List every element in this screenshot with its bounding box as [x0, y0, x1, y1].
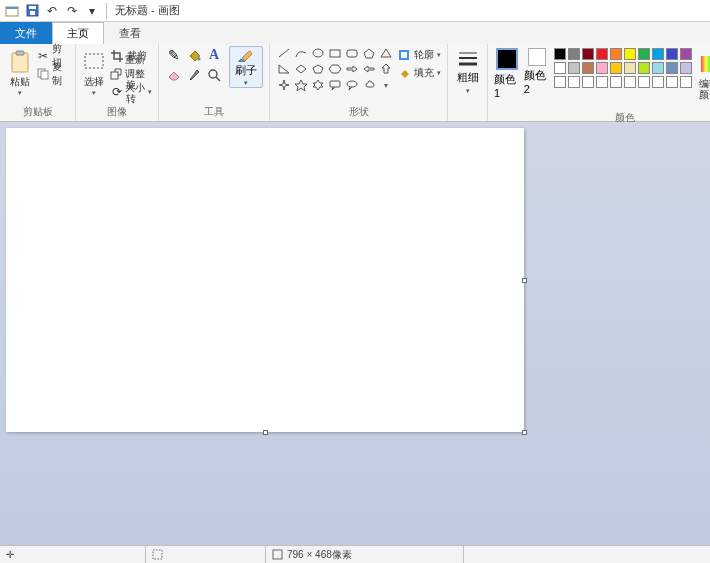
palette-swatch[interactable]: [652, 76, 664, 88]
palette-swatch[interactable]: [652, 48, 664, 60]
eraser-tool[interactable]: [165, 66, 183, 84]
shape-callout-rect[interactable]: [327, 78, 342, 92]
edit-colors-button[interactable]: 编辑颜色: [697, 48, 711, 100]
svg-rect-33: [701, 56, 710, 72]
palette-swatch[interactable]: [638, 76, 650, 88]
shape-line[interactable]: [276, 46, 291, 60]
palette-swatch[interactable]: [610, 62, 622, 74]
color1-button[interactable]: 颜色 1: [494, 48, 520, 99]
palette-swatch[interactable]: [554, 62, 566, 74]
save-icon[interactable]: [24, 3, 40, 19]
svg-marker-20: [279, 65, 289, 73]
palette-swatch[interactable]: [666, 76, 678, 88]
shape-star5[interactable]: [293, 78, 308, 92]
shape-diamond[interactable]: [293, 62, 308, 76]
shape-hexagon[interactable]: [327, 62, 342, 76]
palette-swatch[interactable]: [582, 76, 594, 88]
palette-swatch[interactable]: [680, 48, 692, 60]
palette-swatch[interactable]: [582, 48, 594, 60]
fill-button[interactable]: 填充 ▾: [397, 65, 441, 81]
pencil-tool[interactable]: ✎: [165, 46, 183, 64]
palette-swatch[interactable]: [596, 62, 608, 74]
rotate-button[interactable]: ⟳旋转 ▾: [110, 84, 152, 100]
paste-button[interactable]: 粘贴 ▾: [6, 46, 33, 97]
palette-swatch[interactable]: [568, 76, 580, 88]
palette-swatch[interactable]: [680, 62, 692, 74]
svg-rect-4: [30, 11, 35, 15]
shape-oval[interactable]: [310, 46, 325, 60]
scissors-icon: ✂: [37, 49, 49, 63]
palette-swatch[interactable]: [554, 48, 566, 60]
shape-pentagon[interactable]: [310, 62, 325, 76]
shape-arrow-r[interactable]: [344, 62, 359, 76]
shape-rtriangle[interactable]: [276, 62, 291, 76]
undo-icon[interactable]: ↶: [44, 3, 60, 19]
palette-swatch[interactable]: [624, 76, 636, 88]
redo-icon[interactable]: ↷: [64, 3, 80, 19]
select-button[interactable]: 选择 ▾: [82, 46, 106, 97]
palette-swatch[interactable]: [666, 48, 678, 60]
palette-swatch[interactable]: [652, 62, 664, 74]
shape-curve[interactable]: [293, 46, 308, 60]
text-tool[interactable]: A: [205, 46, 223, 64]
tab-file[interactable]: 文件: [0, 22, 52, 44]
palette-swatch[interactable]: [638, 62, 650, 74]
shape-callout-oval[interactable]: [344, 78, 359, 92]
crosshair-icon: ✛: [6, 549, 14, 560]
palette-swatch[interactable]: [554, 76, 566, 88]
shape-arrow-u[interactable]: [378, 62, 393, 76]
select-icon: [82, 50, 106, 74]
shapes-more-caret[interactable]: ▾: [378, 78, 393, 92]
canvas-area[interactable]: [0, 122, 710, 545]
shape-arrow-l[interactable]: [361, 62, 376, 76]
shape-roundrect[interactable]: [344, 46, 359, 60]
palette-swatch[interactable]: [596, 48, 608, 60]
color2-label: 颜色 2: [524, 68, 550, 95]
palette-swatch[interactable]: [610, 48, 622, 60]
palette-swatch[interactable]: [624, 48, 636, 60]
brush-button[interactable]: 刷子 ▾: [229, 46, 263, 88]
palette-swatch[interactable]: [666, 62, 678, 74]
palette-swatch[interactable]: [568, 48, 580, 60]
shape-star4[interactable]: [276, 78, 291, 92]
palette-swatch[interactable]: [624, 62, 636, 74]
color2-button[interactable]: 颜色 2: [524, 48, 550, 95]
copy-button[interactable]: 复制: [37, 66, 69, 82]
shape-rect[interactable]: [327, 46, 342, 60]
crop-icon: [110, 49, 124, 63]
svg-rect-38: [153, 550, 162, 559]
qat-customize-caret[interactable]: ▾: [84, 3, 100, 19]
svg-rect-10: [111, 72, 118, 79]
fill-tool[interactable]: [185, 46, 203, 64]
shapes-gallery[interactable]: ▾: [276, 46, 393, 92]
shape-callout-cloud[interactable]: [361, 78, 376, 92]
size-icon: [457, 50, 479, 68]
resize-handle-se[interactable]: [522, 430, 527, 435]
size-button[interactable]: 粗细 ▾: [454, 46, 481, 95]
palette-swatch[interactable]: [596, 76, 608, 88]
svg-rect-3: [29, 6, 36, 9]
svg-rect-1: [6, 7, 18, 9]
outline-label: 轮廓: [414, 48, 434, 62]
status-bar: ✛ 796 × 468像素: [0, 545, 710, 563]
resize-handle-e[interactable]: [522, 278, 527, 283]
color-palette[interactable]: [554, 48, 693, 89]
palette-swatch[interactable]: [610, 76, 622, 88]
svg-point-12: [209, 70, 217, 78]
canvas[interactable]: [6, 128, 524, 432]
tab-home[interactable]: 主页: [52, 22, 104, 44]
palette-swatch[interactable]: [582, 62, 594, 74]
shape-polygon[interactable]: [361, 46, 376, 60]
quick-access-toolbar: ↶ ↷ ▾: [0, 3, 104, 19]
outline-button[interactable]: 轮廓 ▾: [397, 47, 441, 63]
shape-triangle[interactable]: [378, 46, 393, 60]
resize-handle-s[interactable]: [263, 430, 268, 435]
eyedropper-tool[interactable]: [185, 66, 203, 84]
tab-view[interactable]: 查看: [104, 22, 156, 44]
chevron-down-icon: ▾: [18, 89, 22, 97]
palette-swatch[interactable]: [638, 48, 650, 60]
palette-swatch[interactable]: [568, 62, 580, 74]
magnifier-tool[interactable]: [205, 66, 223, 84]
palette-swatch[interactable]: [680, 76, 692, 88]
shape-star6[interactable]: [310, 78, 325, 92]
